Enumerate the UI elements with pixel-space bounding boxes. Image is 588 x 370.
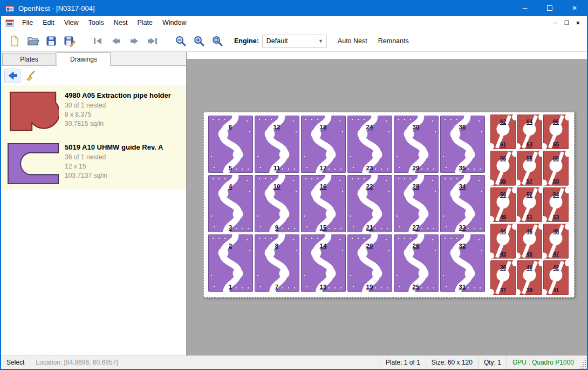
nested-part-pair-purple[interactable]: 2423 bbox=[347, 115, 392, 174]
next-plate-button[interactable] bbox=[125, 32, 143, 50]
svg-text:9: 9 bbox=[275, 224, 278, 231]
svg-text:6: 6 bbox=[229, 124, 232, 130]
mdi-close-button[interactable]: ✕ bbox=[572, 18, 584, 28]
menu-window[interactable]: Window bbox=[158, 16, 191, 30]
nested-part-pair-red[interactable]: 4443 bbox=[488, 224, 518, 259]
new-button[interactable] bbox=[5, 32, 24, 50]
save-as-button[interactable] bbox=[60, 32, 79, 50]
mdi-restore-button[interactable]: ❐ bbox=[561, 18, 572, 28]
menu-nest[interactable]: Nest bbox=[109, 16, 133, 30]
nested-part-pair-red[interactable]: 6059 bbox=[541, 151, 571, 186]
nested-part-pair-purple[interactable]: 3433 bbox=[440, 174, 485, 233]
nested-part-pair-purple[interactable]: 87 bbox=[255, 233, 299, 293]
nested-part-pair-red[interactable]: 5655 bbox=[488, 151, 518, 186]
part-name: 5019 A10 UHMW guide Rev. A bbox=[65, 143, 163, 151]
nested-part-pair-purple[interactable]: 2625 bbox=[394, 233, 439, 293]
svg-text:4: 4 bbox=[229, 183, 233, 190]
menu-file[interactable]: File bbox=[17, 16, 38, 30]
first-plate-button[interactable] bbox=[88, 32, 107, 50]
gpu-indicator: GPU : Quadro P1000 bbox=[507, 356, 579, 369]
nested-part-pair-purple[interactable]: 109 bbox=[255, 174, 299, 233]
nested-part-pair-red[interactable]: 6665 bbox=[541, 114, 571, 150]
nested-part-pair-purple[interactable]: 1211 bbox=[255, 115, 299, 174]
svg-text:44: 44 bbox=[500, 228, 507, 234]
last-plate-button[interactable] bbox=[143, 32, 162, 50]
nest-drawing: 6512111817242330293635431091615222128273… bbox=[204, 112, 574, 297]
nested-part-pair-purple[interactable]: 65 bbox=[208, 115, 253, 174]
tab-plates[interactable]: Plates bbox=[2, 53, 56, 65]
return-part-button[interactable] bbox=[4, 69, 20, 83]
maximize-button[interactable] bbox=[537, 0, 562, 16]
menu-view[interactable]: View bbox=[59, 16, 84, 30]
svg-text:21: 21 bbox=[366, 224, 373, 231]
drawing-list-item[interactable]: 4980 A05 Extraction pipe holder30 of 1 n… bbox=[1, 85, 186, 137]
zoom-in-button[interactable] bbox=[190, 32, 208, 50]
menu-plate[interactable]: Plate bbox=[132, 16, 158, 30]
menu-tools[interactable]: Tools bbox=[84, 16, 109, 30]
svg-text:20: 20 bbox=[366, 243, 373, 249]
open-button[interactable] bbox=[24, 32, 42, 50]
nested-part-pair-red[interactable]: 4241 bbox=[541, 260, 571, 295]
nested-part-pair-red[interactable]: 4645 bbox=[514, 224, 545, 259]
nested-part-pair-purple[interactable]: 1413 bbox=[301, 233, 346, 293]
svg-text:52: 52 bbox=[527, 192, 533, 198]
zoom-fit-button[interactable] bbox=[208, 32, 227, 50]
nested-part-pair-red[interactable]: 4847 bbox=[541, 224, 571, 259]
svg-text:45: 45 bbox=[527, 251, 533, 257]
nested-part-pair-red[interactable]: 6261 bbox=[488, 114, 518, 150]
engine-select[interactable]: Default ▼ bbox=[262, 35, 327, 48]
minimize-button[interactable]: ─ bbox=[512, 0, 537, 16]
nested-part-pair-red[interactable]: 4039 bbox=[514, 260, 545, 295]
nested-part-pair-purple[interactable]: 2827 bbox=[394, 174, 439, 233]
svg-text:34: 34 bbox=[459, 183, 466, 190]
drawing-list-item[interactable]: 5019 A10 UHMW guide Rev. A36 of 1 nested… bbox=[1, 137, 186, 190]
nested-part-pair-purple[interactable]: 3029 bbox=[394, 115, 439, 174]
svg-text:28: 28 bbox=[413, 183, 420, 190]
menubar: FileEditViewToolsNestPlateWindow ─ ❐ ✕ bbox=[1, 16, 587, 30]
svg-text:31: 31 bbox=[459, 284, 466, 290]
nested-part-pair-red[interactable]: 5049 bbox=[488, 187, 518, 223]
nested-part-pair-purple[interactable]: 43 bbox=[208, 174, 253, 233]
menu-list: FileEditViewToolsNestPlateWindow bbox=[17, 16, 191, 30]
nested-part-pair-purple[interactable]: 21 bbox=[208, 233, 253, 293]
document-icon[interactable] bbox=[5, 19, 14, 27]
part-size: 8 x 8.375 bbox=[65, 110, 171, 119]
close-button[interactable]: ✕ bbox=[562, 0, 587, 16]
nested-part-pair-red[interactable]: 6463 bbox=[514, 114, 545, 150]
mdi-minimize-button[interactable]: ─ bbox=[550, 18, 561, 28]
previous-plate-button[interactable] bbox=[107, 32, 125, 50]
svg-text:17: 17 bbox=[320, 165, 327, 171]
remnants-button[interactable]: Remnants bbox=[373, 34, 414, 48]
svg-text:11: 11 bbox=[274, 165, 281, 171]
open-folder-icon bbox=[26, 35, 39, 48]
nested-part-pair-red[interactable]: 3837 bbox=[488, 260, 518, 295]
menu-edit[interactable]: Edit bbox=[38, 16, 59, 30]
nested-part-pair-red[interactable]: 5251 bbox=[514, 187, 545, 223]
nested-part-pair-red[interactable]: 5857 bbox=[514, 151, 545, 186]
main-toolbar: Engine: Default ▼ Auto Nest Remnants bbox=[1, 30, 587, 52]
left-panel: PlatesDrawings 4980 A05 Extraction pipe … bbox=[1, 52, 187, 355]
nested-part-pair-red[interactable]: 5453 bbox=[541, 187, 571, 223]
zoom-out-button[interactable] bbox=[172, 32, 190, 50]
svg-text:18: 18 bbox=[320, 124, 327, 130]
nested-part-pair-purple[interactable]: 1615 bbox=[301, 174, 346, 233]
engine-label: Engine: bbox=[234, 37, 259, 45]
nested-part-pair-purple[interactable]: 2019 bbox=[347, 233, 392, 293]
tab-drawings[interactable]: Drawings bbox=[57, 52, 111, 66]
nested-part-pair-purple[interactable]: 3231 bbox=[440, 233, 485, 293]
svg-text:58: 58 bbox=[527, 156, 533, 162]
nested-part-pair-purple[interactable]: 1817 bbox=[301, 115, 346, 174]
svg-text:30: 30 bbox=[413, 124, 420, 130]
resize-grip[interactable] bbox=[579, 356, 587, 369]
titlebar: OpenNest - [N0317-004] ─ ✕ bbox=[1, 0, 587, 16]
svg-text:47: 47 bbox=[553, 251, 559, 257]
nested-part-pair-purple[interactable]: 2221 bbox=[347, 174, 392, 233]
plate[interactable]: 6512111817242330293635431091615222128273… bbox=[203, 112, 575, 298]
nested-part-pair-purple[interactable]: 3635 bbox=[440, 115, 485, 174]
engine-selected-value: Default bbox=[266, 37, 288, 45]
save-button[interactable] bbox=[42, 32, 60, 50]
nest-canvas[interactable]: 6512111817242330293635431091615222128273… bbox=[187, 52, 587, 355]
auto-nest-button[interactable]: Auto Nest bbox=[332, 34, 373, 48]
svg-text:22: 22 bbox=[366, 183, 373, 190]
clear-button[interactable] bbox=[23, 69, 39, 83]
